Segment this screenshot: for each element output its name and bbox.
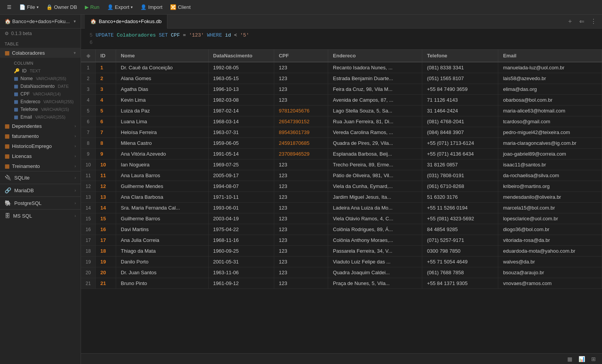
- table-icon-treinamento: ▦: [5, 163, 10, 169]
- tab-share-button[interactable]: ⇐: [578, 16, 586, 27]
- col-id-name: ID: [22, 68, 27, 74]
- col-header-telefone[interactable]: Telefone: [422, 50, 498, 62]
- table-row[interactable]: 14 14 Sra. Maria Fernanda Cal... 1993-06…: [81, 203, 602, 213]
- str-123: '123': [189, 32, 204, 38]
- query-line-5: 5 UPDATE Colaboradores SET CPF = '123' W…: [86, 32, 597, 39]
- cell-telefone: (051) 1565 8107: [422, 73, 498, 84]
- sidebar-item-dependentes[interactable]: ▦ Dependentes ›: [0, 121, 81, 131]
- col-header-id[interactable]: ID: [96, 50, 116, 62]
- table-row[interactable]: 15 15 Guilherme Barros 2003-04-19 123 Vi…: [81, 213, 602, 224]
- table-row[interactable]: 2 2 Alana Gomes 1963-05-15 123 Estrada B…: [81, 73, 602, 84]
- sidebar: 🏠 Banco+de+dados+Foku... ▾ ⚙ 0.1.3 beta …: [0, 15, 81, 364]
- table-icon-historicoemprego: ▦: [5, 143, 10, 149]
- sidebar-mssql[interactable]: 🗄 MS SQL ›: [0, 209, 81, 222]
- table-row[interactable]: 21 21 Bruno Pinto 1961-09-12 123 Praça d…: [81, 278, 602, 289]
- run-label: Run: [90, 4, 99, 10]
- sidebar-sqlite[interactable]: 🔌 SQLite ›: [0, 171, 81, 184]
- table-icon-dependentes: ▦: [5, 123, 10, 129]
- cell-rownum: 10: [81, 159, 96, 170]
- cell-email: elima@das.org: [498, 84, 602, 95]
- cell-nome: Bruno Pinto: [116, 278, 208, 289]
- cell-rownum: 19: [81, 257, 96, 267]
- cell-id: 1: [96, 62, 116, 73]
- col-header-email[interactable]: Email: [498, 50, 602, 62]
- menu-button[interactable]: ☰: [4, 3, 15, 12]
- sidebar-item-treinamento[interactable]: ▦ Treinamento ›: [0, 161, 81, 171]
- table-row[interactable]: 8 8 Milena Castro 1959-06-05 24591870685…: [81, 138, 602, 149]
- cell-data: 1968-03-14: [208, 116, 274, 127]
- export-button[interactable]: 👤 Export ▾: [104, 3, 136, 12]
- cell-telefone: 31 1464-2424: [422, 106, 498, 116]
- sidebar-col-endereco: ▦ Endereco VARCHAR(255): [9, 98, 81, 106]
- cell-nome: Alana Gomes: [116, 73, 208, 84]
- tab-more-button[interactable]: ⋮: [589, 16, 598, 27]
- statusbar-chart-icon-btn[interactable]: 📊: [577, 355, 587, 363]
- col-header-endereco[interactable]: Endereco: [328, 50, 422, 62]
- table-row[interactable]: 1 1 Dr. Cauê da Conceição 1992-08-05 123…: [81, 62, 602, 73]
- table-row[interactable]: 3 3 Agatha Dias 1996-10-13 123 Feira da …: [81, 84, 602, 95]
- table-row[interactable]: 6 6 Luana Lima 1968-03-14 26547390152 Ru…: [81, 116, 602, 127]
- sidebar-item-historicoemprego[interactable]: ▦ HistoricoEmprego ›: [0, 141, 81, 151]
- licencas-chevron-icon: ›: [74, 154, 76, 158]
- import-button[interactable]: 👤 Import: [137, 3, 165, 12]
- table-row[interactable]: 12 12 Guilherme Mendes 1994-08-07 123 Vi…: [81, 181, 602, 192]
- cell-endereco: Avenida de Campos, 87, ...: [328, 95, 422, 106]
- sidebar-mariadb[interactable]: 🔗 MariaDB ›: [0, 184, 81, 196]
- col-header-cpf[interactable]: CPF: [274, 50, 328, 62]
- sidebar-item-treinamento-left: ▦ Treinamento: [5, 163, 40, 169]
- table-row[interactable]: 19 19 Danilo Porto 2001-05-31 123 Viadut…: [81, 257, 602, 267]
- table-row[interactable]: 4 4 Kevin Lima 1982-03-08 123 Avenida de…: [81, 95, 602, 106]
- file-menu-button[interactable]: 📄 File ▾: [16, 3, 42, 12]
- cell-endereco: Praça de Nunes, 5, Vila...: [328, 278, 422, 289]
- version-label: 0.1.3 beta: [11, 31, 32, 36]
- table-row[interactable]: 20 20 Dr. Juan Santos 1963-11-06 123 Qua…: [81, 267, 602, 278]
- col-header-datanascimento[interactable]: DataNascimento: [208, 50, 274, 62]
- table-row[interactable]: 16 16 Davi Martins 1975-04-22 123 Colôni…: [81, 224, 602, 235]
- tab-home-icon: 🏠: [90, 18, 96, 24]
- run-button[interactable]: ▶ Run: [82, 3, 103, 12]
- ownerdb-button[interactable]: 🔒 Owner DB: [43, 3, 80, 12]
- query-editor[interactable]: 5 UPDATE Colaboradores SET CPF = '123' W…: [81, 29, 602, 50]
- cell-cpf: 123: [274, 278, 328, 289]
- statusbar-grid-icon-btn[interactable]: ⊞: [590, 355, 597, 363]
- cell-id: 8: [96, 138, 116, 149]
- col-grid-icon-email: ▦: [14, 114, 18, 120]
- table-row[interactable]: 10 10 Ian Nogueira 1969-07-25 123 Trecho…: [81, 159, 602, 170]
- client-button[interactable]: 🔀 Client: [167, 3, 194, 12]
- sidebar-item-faturamento[interactable]: ▦ faturamento ›: [0, 131, 81, 141]
- cell-telefone: (081) 4768-2041: [422, 116, 498, 127]
- ownerdb-icon: 🔒: [46, 4, 52, 10]
- col-telefone-name: Telefone: [20, 107, 38, 112]
- cell-data: 2003-04-19: [208, 213, 274, 224]
- query-content-line5: UPDATE Colaboradores SET CPF = '123' WHE…: [96, 32, 249, 38]
- col-id-ref: id: [225, 32, 234, 38]
- table-row[interactable]: 18 18 Thiago da Mata 1960-09-25 123 Pass…: [81, 246, 602, 257]
- table-row[interactable]: 5 5 Luiza da Paz 1987-02-14 97812045676 …: [81, 106, 602, 116]
- cell-data: 1991-05-14: [208, 149, 274, 159]
- col-data-name: DataNascimento: [20, 84, 55, 89]
- tab-main[interactable]: 🏠 Banco+de+dados+Fokus.db: [85, 15, 167, 29]
- sidebar-item-licencas[interactable]: ▦ Licencas ›: [0, 151, 81, 161]
- table-icon-licencas: ▦: [5, 153, 10, 159]
- col-email-name: Email: [20, 114, 32, 120]
- table-row[interactable]: 7 7 Heloísa Ferreira 1963-07-31 89543601…: [81, 127, 602, 138]
- cell-telefone: (071) 5257-9171: [422, 235, 498, 246]
- table-row[interactable]: 13 13 Ana Clara Barbosa 1971-10-11 123 J…: [81, 192, 602, 203]
- cell-telefone: 31 8126 0857: [422, 159, 498, 170]
- sidebar-item-historicoemprego-left: ▦ HistoricoEmprego: [5, 143, 52, 149]
- col-header-nome[interactable]: Nome: [116, 50, 208, 62]
- table-row[interactable]: 17 17 Ana Julia Correia 1968-11-16 123 C…: [81, 235, 602, 246]
- cell-nome: Ana Clara Barbosa: [116, 192, 208, 203]
- cell-endereco: Vereda Carolina Ramos, ...: [328, 127, 422, 138]
- sidebar-item-colaboradores[interactable]: ▦ Colaboradores ▾: [0, 48, 81, 58]
- tab-add-button[interactable]: ＋: [565, 16, 575, 27]
- sidebar-db-header[interactable]: 🏠 Banco+de+dados+Foku... ▾: [0, 15, 81, 29]
- sidebar-postgresql[interactable]: 🐘 PostgreSQL ›: [0, 196, 81, 209]
- cell-rownum: 6: [81, 116, 96, 127]
- query-line-6: 6: [86, 39, 597, 46]
- table-row[interactable]: 11 11 Ana Laura Barros 2005-09-17 123 Pá…: [81, 170, 602, 181]
- results-table-wrap[interactable]: ◈ ID Nome DataNascimento CPF Endereco Te…: [81, 50, 602, 353]
- table-row[interactable]: 9 9 Ana Vitória Azevedo 1991-05-14 23708…: [81, 149, 602, 159]
- statusbar-table-icon-btn[interactable]: ▦: [566, 355, 574, 363]
- postgresql-icon: 🐘: [5, 200, 11, 206]
